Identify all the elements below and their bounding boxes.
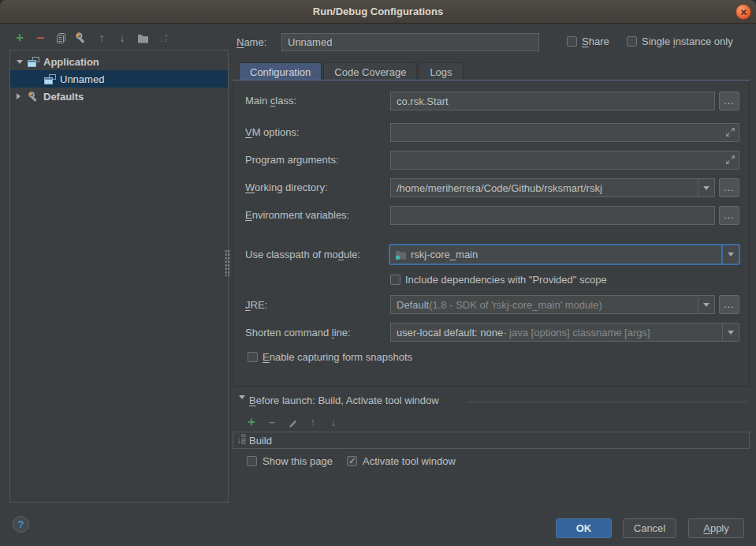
tree-item-label: Unnamed <box>60 73 104 85</box>
splitter-handle[interactable] <box>225 249 230 276</box>
before-launch-toolbar: + – ↑ ↓ <box>241 414 344 430</box>
main-class-browse-button[interactable]: ... <box>719 92 739 110</box>
sort-configurations-button[interactable]: ↓ az <box>153 30 173 46</box>
cancel-button[interactable]: Cancel <box>623 518 676 538</box>
expand-field-icon[interactable] <box>725 127 736 137</box>
environment-variables-input[interactable] <box>390 206 715 225</box>
add-configuration-button[interactable]: + <box>9 30 30 46</box>
classpath-module-value: rskj-core_main <box>411 249 478 260</box>
ellipsis-icon: ... <box>724 95 734 107</box>
before-launch-separator <box>467 402 747 402</box>
configuration-panel: Main class: ... VM options: Program argu… <box>233 80 750 387</box>
main-class-label: Main class: <box>245 95 296 107</box>
move-up-button[interactable]: ↑ <box>91 30 112 46</box>
dropdown-button[interactable] <box>721 245 739 264</box>
add-task-button[interactable]: + <box>241 414 262 430</box>
configurations-toolbar: + – ↑ ↓ <box>9 30 173 46</box>
capture-snapshots-label: Enable capturing form snapshots <box>263 351 412 363</box>
new-folder-button[interactable] <box>132 30 153 46</box>
activate-tool-window-checkbox[interactable] <box>347 456 357 466</box>
copy-icon <box>55 32 67 44</box>
titlebar[interactable]: Run/Debug Configurations <box>0 0 756 24</box>
shorten-command-line-label: Shorten command line: <box>245 327 351 338</box>
remove-icon: – <box>269 416 275 428</box>
chevron-down-icon <box>728 331 734 335</box>
remove-configuration-button[interactable]: – <box>30 30 50 46</box>
jre-browse-button[interactable]: ... <box>719 295 739 314</box>
tree-item-unnamed[interactable]: Unnamed <box>10 70 228 88</box>
task-label[interactable]: Build <box>249 435 272 447</box>
dropdown-button[interactable] <box>698 296 714 313</box>
share-checkbox[interactable] <box>567 36 577 47</box>
help-icon: ? <box>18 518 24 530</box>
working-directory-browse-button[interactable]: ... <box>719 178 739 197</box>
before-launch-collapse-icon[interactable] <box>239 399 245 413</box>
close-button[interactable] <box>736 4 751 20</box>
add-icon: + <box>248 416 255 428</box>
tab-label: Code Coverage <box>334 66 406 78</box>
move-task-up-button[interactable]: ↑ <box>303 414 323 430</box>
dropdown-button[interactable] <box>722 323 739 341</box>
classpath-module-label: Use classpath of module: <box>245 249 360 260</box>
copy-configuration-button[interactable] <box>50 30 71 46</box>
ok-button-label: OK <box>576 522 592 534</box>
vm-options-label: VM options: <box>245 126 300 138</box>
edit-defaults-button[interactable] <box>71 30 91 46</box>
remove-icon: – <box>36 32 43 43</box>
shorten-command-line-combo[interactable]: user-local default: none - java [options… <box>390 323 739 342</box>
move-down-button[interactable]: ↓ <box>112 30 132 46</box>
include-provided-label: Include dependencies with "Provided" sco… <box>405 274 607 286</box>
tab-bar: Configuration Code Coverage Logs <box>239 62 465 80</box>
working-directory-combo[interactable]: /home/meriherrera/Code/Github/rsksmart/r… <box>390 178 715 197</box>
build-icon: ↓ 01 10 01 <box>236 435 246 446</box>
help-button[interactable]: ? <box>13 516 29 533</box>
single-instance-label: Single instance only <box>642 36 733 47</box>
application-icon <box>44 74 56 84</box>
chevron-down-icon <box>728 252 734 256</box>
tree-item-defaults[interactable]: Defaults <box>10 88 228 105</box>
classpath-module-combo[interactable]: rskj-core_main <box>389 244 740 265</box>
apply-button-label: Apply <box>703 522 729 534</box>
include-provided-checkbox[interactable] <box>390 275 400 285</box>
main-class-input[interactable] <box>390 92 715 110</box>
working-directory-label: Working directory: <box>245 181 328 193</box>
cancel-button-label: Cancel <box>634 522 665 534</box>
tree-collapsed-icon[interactable] <box>17 93 28 99</box>
remove-task-button[interactable]: – <box>262 414 282 430</box>
program-arguments-label: Program arguments: <box>245 154 339 166</box>
show-this-page-checkbox[interactable] <box>247 456 257 466</box>
tree-item-label: Defaults <box>43 91 84 103</box>
tab-label: Configuration <box>250 66 311 78</box>
edit-task-button[interactable] <box>282 414 303 430</box>
ellipsis-icon: ... <box>724 210 734 221</box>
window-title: Run/Debug Configurations <box>0 0 756 23</box>
run-debug-configurations-dialog: Run/Debug Configurations + – <box>0 0 756 546</box>
shorten-value-detail: - java [options] classname [args] <box>503 327 650 338</box>
tree-item-application[interactable]: Application <box>10 53 228 70</box>
share-label: Share <box>582 36 609 47</box>
wrench-icon <box>75 32 88 44</box>
tree-expanded-icon[interactable] <box>17 60 28 64</box>
move-up-icon: ↑ <box>311 416 316 428</box>
tree-item-label: Application <box>43 56 99 68</box>
vm-options-input[interactable] <box>390 123 739 142</box>
move-task-down-button[interactable]: ↓ <box>323 414 344 430</box>
apply-button[interactable]: Apply <box>688 518 744 538</box>
tab-logs[interactable]: Logs <box>419 62 463 80</box>
expand-field-icon[interactable] <box>725 155 736 165</box>
ok-button[interactable]: OK <box>556 518 612 538</box>
jre-combo[interactable]: Default (1.8 - SDK of 'rskj-core_main' m… <box>390 295 715 314</box>
move-up-icon: ↑ <box>99 32 105 44</box>
name-input[interactable] <box>281 33 539 51</box>
capture-snapshots-checkbox[interactable] <box>248 352 258 362</box>
tab-configuration[interactable]: Configuration <box>239 62 322 80</box>
tab-code-coverage[interactable]: Code Coverage <box>323 62 417 80</box>
sort-alphabetically-icon: ↓ az <box>158 32 167 44</box>
dropdown-button[interactable] <box>698 179 714 196</box>
single-instance-checkbox[interactable] <box>627 36 637 47</box>
before-launch-task-list: ↓ 01 10 01 Build <box>233 432 750 449</box>
program-arguments-input[interactable] <box>390 151 739 170</box>
configurations-tree: Application Unnamed Defaults <box>9 50 229 503</box>
move-down-icon: ↓ <box>120 32 125 44</box>
environment-variables-browse-button[interactable]: ... <box>719 206 739 225</box>
